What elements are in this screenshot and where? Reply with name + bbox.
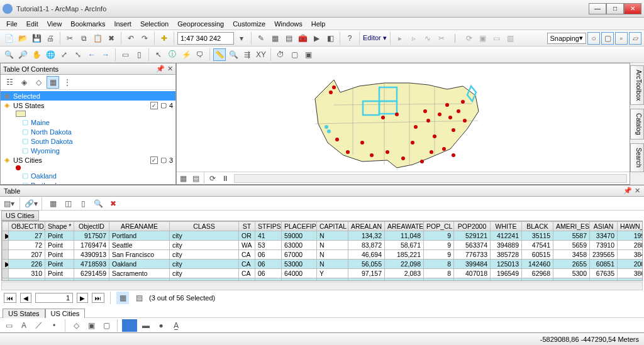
- menu-selection[interactable]: Selection: [136, 19, 172, 28]
- column-header[interactable]: POP_CL: [424, 222, 454, 231]
- clear-sel-icon[interactable]: ▯: [133, 48, 145, 61]
- select-elements-icon[interactable]: ↖: [152, 48, 165, 61]
- side-tab-arctoolbox[interactable]: ArcToolbox: [630, 65, 644, 105]
- add-data-icon[interactable]: ✚: [158, 32, 170, 45]
- fixed-zoom-in-icon[interactable]: ⤢: [58, 48, 70, 61]
- new-icon[interactable]: 📄: [3, 32, 15, 45]
- snap-edge-icon[interactable]: ▫: [615, 32, 628, 45]
- pause-draw-icon[interactable]: ⏸: [219, 172, 231, 185]
- related-tables-icon[interactable]: 🔗▾: [25, 197, 37, 210]
- maximize-button[interactable]: □: [606, 3, 624, 14]
- select-by-attr-icon[interactable]: ▦: [47, 197, 59, 210]
- pan-icon[interactable]: ✋: [30, 48, 43, 61]
- show-all-icon[interactable]: ▦: [116, 292, 129, 304]
- attributes-icon[interactable]: ▣: [477, 32, 489, 45]
- go-xy-icon[interactable]: XY: [255, 48, 267, 61]
- delete-sel-icon[interactable]: ✖: [107, 197, 119, 210]
- line-color-icon[interactable]: ▬: [140, 319, 152, 332]
- edit-vertices-draw-icon[interactable]: ◇: [70, 319, 82, 332]
- toc-feature[interactable]: ▢Oakland: [1, 171, 175, 180]
- cut-poly-icon[interactable]: ✂: [435, 32, 448, 45]
- fill-color-icon[interactable]: [122, 319, 137, 332]
- column-header[interactable]: HAWN_PI: [618, 222, 643, 231]
- hyperlink-icon[interactable]: ⚡: [180, 48, 192, 61]
- edit-vertices-icon[interactable]: ▹: [408, 32, 420, 45]
- delete-icon[interactable]: ✖: [105, 32, 118, 45]
- side-tab-search[interactable]: Search: [630, 143, 644, 172]
- edit-tool-icon[interactable]: ▸: [394, 32, 406, 45]
- menu-file[interactable]: File: [3, 19, 21, 28]
- editor-toolbar-icon[interactable]: ✎: [255, 32, 267, 45]
- zoom-data-icon[interactable]: ▦: [269, 32, 281, 45]
- layout-view-icon[interactable]: ▤: [189, 172, 202, 185]
- measure-icon[interactable]: 📏: [213, 48, 226, 61]
- attribute-table[interactable]: OBJECTID_1 *Shape *ObjectIDAREANAMECLASS…: [2, 221, 643, 281]
- snapping-menu[interactable]: Snapping ▾: [547, 33, 587, 44]
- table-subtab[interactable]: US Cities: [1, 211, 39, 221]
- copy-icon[interactable]: ⧉: [77, 32, 90, 45]
- draw-marker-icon[interactable]: •: [48, 319, 60, 332]
- back-icon[interactable]: ←: [86, 48, 98, 61]
- clear-sel-layer1-icon[interactable]: ▢: [160, 156, 167, 164]
- menu-view[interactable]: View: [43, 19, 66, 28]
- forward-icon[interactable]: →: [99, 48, 112, 61]
- split-icon[interactable]: │: [449, 32, 462, 45]
- editor-menu[interactable]: Editor ▾: [363, 34, 387, 42]
- model-icon[interactable]: ◧: [324, 32, 336, 45]
- column-header[interactable]: CLASS: [170, 222, 239, 231]
- show-selected-icon[interactable]: ▤: [133, 292, 145, 304]
- zoom-out-icon[interactable]: 🔎: [16, 48, 29, 61]
- find-icon[interactable]: 🔍: [227, 48, 240, 61]
- column-header[interactable]: AMERI_ES: [553, 222, 590, 231]
- clear-sel-table-icon[interactable]: ▯: [77, 197, 89, 210]
- toc-feature[interactable]: ▢South Dakota: [1, 136, 175, 146]
- toc-layer-us-states[interactable]: ◈ US States ✓▢4: [1, 101, 175, 110]
- toc-list-source-icon[interactable]: ◈: [18, 76, 30, 89]
- record-pos-input[interactable]: [35, 293, 73, 303]
- toc-feature[interactable]: ▢Wyoming: [1, 146, 175, 155]
- full-extent-icon[interactable]: 🌐: [44, 48, 57, 61]
- side-tab-catalog[interactable]: Catalog: [630, 109, 644, 139]
- toc-list-visibility-icon[interactable]: ◇: [32, 76, 45, 89]
- identify-icon[interactable]: ⓘ: [166, 48, 179, 61]
- column-header[interactable]: STFIPS: [255, 222, 282, 231]
- python-icon[interactable]: ▶: [310, 32, 323, 45]
- whatsthis-icon[interactable]: ?: [343, 32, 356, 45]
- create-feat-icon[interactable]: ▥: [504, 32, 517, 45]
- clear-sel-layer0-icon[interactable]: ▢: [160, 101, 167, 109]
- menu-windows[interactable]: Windows: [270, 19, 306, 28]
- menu-edit[interactable]: Edit: [23, 19, 42, 28]
- switch-sel-icon[interactable]: ◫: [62, 197, 74, 210]
- nav-next-icon[interactable]: ▶: [77, 293, 88, 303]
- fixed-zoom-out-icon[interactable]: ⤡: [72, 48, 84, 61]
- nav-last-icon[interactable]: ⏭: [92, 293, 104, 303]
- toolbox-icon[interactable]: 🧰: [296, 32, 309, 45]
- column-header[interactable]: AREALAN: [348, 222, 385, 231]
- column-header[interactable]: BLACK: [522, 222, 553, 231]
- draw-text-icon[interactable]: A: [18, 319, 30, 332]
- table-h-scrollbar[interactable]: [1, 282, 643, 290]
- toc-layer1-chk[interactable]: ✓: [150, 156, 158, 164]
- toc-layer-us-cities[interactable]: ◈ US Cities ✓▢3: [1, 155, 175, 165]
- toc-pin-icon[interactable]: 📌: [156, 65, 165, 73]
- toc-feature[interactable]: ▢Maine: [1, 118, 175, 127]
- sketch-icon[interactable]: ▭: [491, 32, 503, 45]
- reshape-icon[interactable]: ∿: [421, 32, 434, 45]
- snap-vertex-icon[interactable]: ▱: [629, 32, 641, 45]
- scale-input[interactable]: [177, 32, 234, 45]
- toc-close-icon[interactable]: ✕: [167, 65, 173, 73]
- menu-customize[interactable]: Customize: [229, 19, 269, 28]
- html-popup-icon[interactable]: 🗨: [194, 48, 206, 61]
- table-row[interactable]: ▶27Point917507PortlandcityOR4159000N134,…: [3, 231, 643, 241]
- ungroup-icon[interactable]: ▢: [100, 319, 113, 332]
- table-row[interactable]: ▶226Point4718593OaklandcityCA0653000N56,…: [3, 260, 643, 269]
- save-icon[interactable]: 💾: [30, 32, 43, 45]
- menu-insert[interactable]: Insert: [110, 19, 135, 28]
- minimize-button[interactable]: —: [589, 3, 606, 14]
- data-view-icon[interactable]: ▦: [177, 172, 189, 185]
- toc-list-selection-icon[interactable]: ▦: [47, 76, 59, 89]
- map-scrollbar[interactable]: [234, 174, 627, 183]
- table-options-icon[interactable]: ▤▾: [3, 197, 15, 210]
- column-header[interactable]: CAPITAL: [317, 222, 348, 231]
- open-icon[interactable]: 📂: [16, 32, 29, 45]
